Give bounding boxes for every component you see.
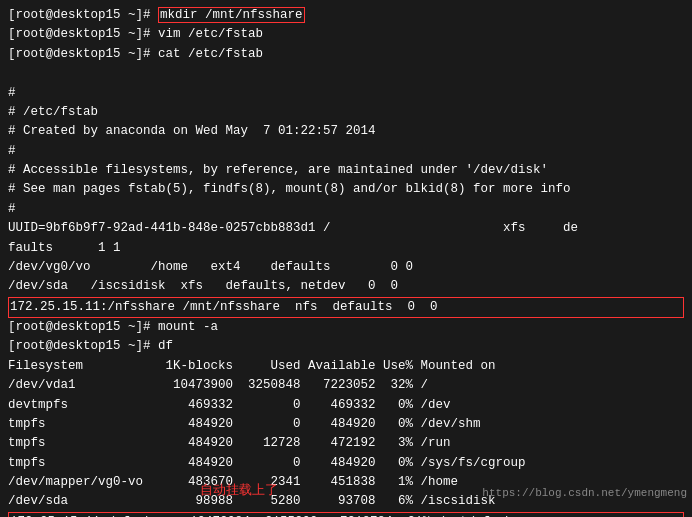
line-blank1	[8, 64, 684, 83]
mkdir-command: mkdir /mnt/nfsshare	[158, 7, 305, 23]
annotation-text: 自动挂载上了	[200, 481, 278, 499]
line-comment3: # Created by anaconda on Wed May 7 01:22…	[8, 122, 684, 141]
line-nfs-df: 172.25.15.11:/nfsshare 10473984 3155200 …	[8, 512, 684, 517]
line-uuid: UUID=9bf6b9f7-92ad-441b-848e-0257cbb883d…	[8, 219, 684, 238]
line-mount-a: [root@desktop15 ~]# mount -a	[8, 318, 684, 337]
line-home: /dev/vg0/vo /home ext4 defaults 0 0	[8, 258, 684, 277]
line-comment4: #	[8, 142, 684, 161]
line-df: [root@desktop15 ~]# df	[8, 337, 684, 356]
line-comment7: #	[8, 200, 684, 219]
prompt-1: [root@desktop15 ~]#	[8, 8, 158, 22]
line-1: [root@desktop15 ~]# mkdir /mnt/nfsshare	[8, 6, 684, 25]
line-comment1: #	[8, 84, 684, 103]
line-comment5: # Accessible filesystems, by reference, …	[8, 161, 684, 180]
line-3: [root@desktop15 ~]# cat /etc/fstab	[8, 45, 684, 64]
line-df-tmpfs3: tmpfs 484920 0 484920 0% /sys/fs/cgroup	[8, 454, 684, 473]
watermark: https://blog.csdn.net/ymengmeng	[482, 487, 687, 499]
line-nfs-fstab: 172.25.15.11:/nfsshare /mnt/nfsshare nfs…	[8, 297, 684, 318]
line-sda: /dev/sda /iscsidisk xfs defaults, netdev…	[8, 277, 684, 296]
terminal-window: [root@desktop15 ~]# mkdir /mnt/nfsshare …	[0, 0, 692, 517]
line-df-header: Filesystem 1K-blocks Used Available Use%…	[8, 357, 684, 376]
line-comment2: # /etc/fstab	[8, 103, 684, 122]
line-df-tmpfs2: tmpfs 484920 12728 472192 3% /run	[8, 434, 684, 453]
line-comment6: # See man pages fstab(5), findfs(8), mou…	[8, 180, 684, 199]
line-2: [root@desktop15 ~]# vim /etc/fstab	[8, 25, 684, 44]
line-df-tmpfs1: tmpfs 484920 0 484920 0% /dev/shm	[8, 415, 684, 434]
line-df-devtmpfs: devtmpfs 469332 0 469332 0% /dev	[8, 396, 684, 415]
line-df-vda1: /dev/vda1 10473900 3250848 7223052 32% /	[8, 376, 684, 395]
line-uuid2: faults 1 1	[8, 239, 684, 258]
